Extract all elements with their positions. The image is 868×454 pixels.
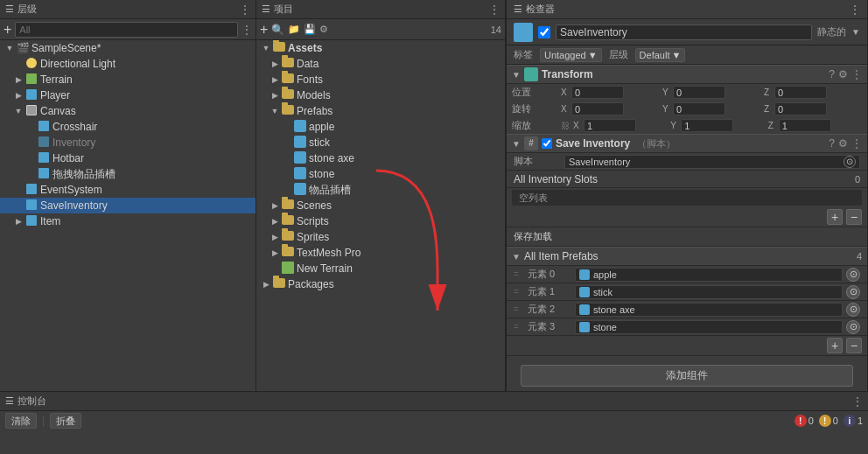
prefabs-add-remove-row: + − xyxy=(507,336,867,356)
save-inventory-gear-icon[interactable]: ⚙ xyxy=(838,137,848,150)
project-item-stone[interactable]: stone xyxy=(256,166,505,182)
active-checkbox[interactable] xyxy=(538,26,550,38)
add-hierarchy-button[interactable]: + xyxy=(4,22,11,38)
clear-button[interactable]: 清除 xyxy=(5,413,37,429)
static-dropdown-icon[interactable]: ▼ xyxy=(851,27,860,37)
transform-section-header[interactable]: ▼ Transform ? ⚙ ⋮ xyxy=(507,65,867,84)
project-item-textmesh[interactable]: ▶ TextMesh Pro xyxy=(256,245,505,261)
pos-x-input[interactable] xyxy=(571,86,624,99)
transform-header-icons: ? ⚙ ⋮ xyxy=(829,68,862,80)
prefab-item-1[interactable]: = 元素 1 stick ⊙ xyxy=(507,283,867,301)
scale-x-input[interactable] xyxy=(584,119,636,132)
project-item-stone-axe[interactable]: stone axe xyxy=(256,150,505,166)
hierarchy-search-input[interactable] xyxy=(15,22,238,38)
slots-add-button[interactable]: + xyxy=(827,209,843,225)
prefabs-remove-button[interactable]: − xyxy=(846,338,862,353)
settings-project-icon[interactable]: ⚙ xyxy=(319,24,328,35)
hierarchy-item-player[interactable]: ▶ Player xyxy=(0,87,256,103)
rot-x-input[interactable] xyxy=(571,102,624,115)
script-circle-btn[interactable]: ⊙ xyxy=(844,156,856,168)
slots-header-row: All Inventory Slots 0 xyxy=(507,171,867,188)
script-field[interactable]: SaveInventory ⊙ xyxy=(564,155,860,169)
scenes-folder-icon xyxy=(281,199,295,212)
scale-y-input[interactable] xyxy=(681,119,733,132)
project-title: ☰ 项目 xyxy=(262,3,293,16)
hierarchy-item-drag-slot[interactable]: 拖拽物品插槽 xyxy=(0,166,256,182)
pos-y-input[interactable] xyxy=(673,86,725,99)
prefab-circle-2[interactable]: ⊙ xyxy=(846,303,860,317)
project-item-stick[interactable]: stick xyxy=(256,135,505,150)
prefab-field-3[interactable]: stone xyxy=(575,320,843,334)
canvas-label: Canvas xyxy=(40,105,76,117)
project-header: ☰ 项目 ⋮ xyxy=(256,0,505,19)
save-inventory-checkbox[interactable] xyxy=(542,138,552,149)
hierarchy-item-canvas[interactable]: ▼ Canvas xyxy=(0,103,256,119)
project-item-new-terrain[interactable]: New Terrain xyxy=(256,261,505,276)
add-project-button[interactable]: + xyxy=(260,22,268,38)
project-item-assets[interactable]: ▼ Assets xyxy=(256,40,505,56)
layer-dropdown[interactable]: Default ▼ xyxy=(635,48,686,62)
project-item-packages[interactable]: ▶ Packages xyxy=(256,276,505,292)
prefab-circle-0[interactable]: ⊙ xyxy=(846,268,860,282)
stone-field-icon xyxy=(579,322,590,332)
project-item-sprites[interactable]: ▶ Sprites xyxy=(256,229,505,245)
slots-remove-button[interactable]: − xyxy=(846,209,862,225)
save-inventory-more-icon[interactable]: ⋮ xyxy=(851,137,862,150)
transform-help-icon[interactable]: ? xyxy=(829,68,835,80)
collapse-button[interactable]: 折叠 xyxy=(50,413,81,429)
search-project-icon[interactable]: 🔍 xyxy=(271,24,284,36)
element-3-label: 元素 3 xyxy=(528,320,571,333)
object-name-input[interactable] xyxy=(556,24,812,40)
hierarchy-item-terrain[interactable]: ▶ Terrain xyxy=(0,72,256,87)
prefab-field-2[interactable]: stone axe xyxy=(575,303,843,317)
folder-icon[interactable]: 📁 xyxy=(288,24,300,35)
hierarchy-item-item[interactable]: ▶ Item xyxy=(0,213,256,229)
save-inventory-help-icon[interactable]: ? xyxy=(829,137,835,150)
project-item-prefabs[interactable]: ▼ Prefabs xyxy=(256,103,505,119)
hierarchy-options-icon[interactable]: ⋮ xyxy=(242,24,252,36)
prefab-circle-1[interactable]: ⊙ xyxy=(846,285,860,299)
hierarchy-item-directional-light[interactable]: Directional Light xyxy=(0,56,256,72)
prefabs-label: Prefabs xyxy=(297,105,332,117)
hierarchy-item-eventsystem[interactable]: EventSystem xyxy=(0,182,256,198)
pos-z-input[interactable] xyxy=(774,86,827,99)
save-project-icon[interactable]: 💾 xyxy=(304,24,316,35)
arrow-scenes: ▶ xyxy=(269,201,281,210)
save-inventory-component-header[interactable]: ▼ # Save Inventory （脚本） ? ⚙ ⋮ xyxy=(507,134,867,153)
project-item-fonts[interactable]: ▶ Fonts xyxy=(256,72,505,87)
project-item-scenes[interactable]: ▶ Scenes xyxy=(256,198,505,213)
hierarchy-title: ☰ 层级 xyxy=(5,3,37,16)
hierarchy-item-inventory[interactable]: Inventory xyxy=(0,135,256,150)
rot-z-input[interactable] xyxy=(774,102,827,115)
add-component-button[interactable]: 添加组件 xyxy=(521,365,853,387)
prefabs-title-group: ▼ All Item Prefabs xyxy=(512,250,598,262)
project-item-item-slot[interactable]: 物品插槽 xyxy=(256,182,505,198)
project-item-apple[interactable]: apple xyxy=(256,119,505,135)
project-item-models[interactable]: ▶ Models xyxy=(256,87,505,103)
prefab-field-1[interactable]: stick xyxy=(575,285,843,299)
hierarchy-item-crosshair[interactable]: Crosshair xyxy=(0,119,256,135)
transform-gear-icon[interactable]: ⚙ xyxy=(838,68,848,80)
drag-handle-0: = xyxy=(514,269,524,279)
project-item-data[interactable]: ▶ Data xyxy=(256,56,505,72)
element-1-label: 元素 1 xyxy=(528,285,571,298)
prefabs-add-button[interactable]: + xyxy=(827,338,843,353)
drag-slot-label: 拖拽物品插槽 xyxy=(52,167,116,182)
prefab-circle-3[interactable]: ⊙ xyxy=(846,320,860,334)
hierarchy-item-saveinventory[interactable]: SaveInventory xyxy=(0,198,256,213)
tag-dropdown[interactable]: Untagged ▼ xyxy=(540,48,602,62)
project-item-scripts[interactable]: ▶ Scripts xyxy=(256,213,505,229)
transform-more-icon[interactable]: ⋮ xyxy=(851,68,862,80)
rot-y-group: Y xyxy=(662,102,760,115)
item-slot-prefab-icon xyxy=(293,183,307,198)
hotbar-label: Hotbar xyxy=(52,152,84,164)
hierarchy-item-samplescene[interactable]: ▼ 🎬 SampleScene* xyxy=(0,40,256,56)
hierarchy-item-hotbar[interactable]: Hotbar xyxy=(0,150,256,166)
prefab-item-2[interactable]: = 元素 2 stone axe ⊙ xyxy=(507,301,867,318)
scale-z-input[interactable] xyxy=(779,119,831,132)
error-icon: ! xyxy=(794,415,807,427)
prefab-item-0[interactable]: = 元素 0 apple ⊙ xyxy=(507,266,867,283)
prefab-field-0[interactable]: apple xyxy=(575,268,843,282)
prefab-item-3[interactable]: = 元素 3 stone ⊙ xyxy=(507,318,867,336)
rot-y-input[interactable] xyxy=(673,102,725,115)
